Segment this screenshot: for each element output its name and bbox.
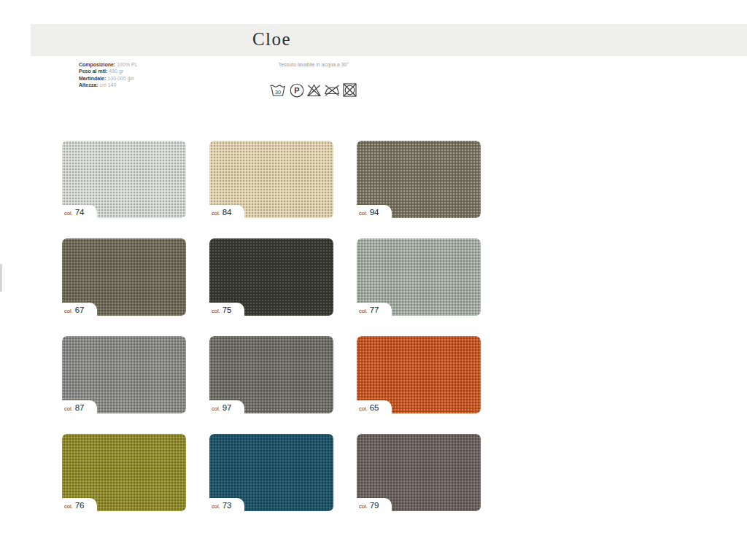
spec-value: 100.000 giri: [107, 76, 134, 81]
fabric-swatch[interactable]: col. 94: [357, 141, 481, 218]
fabric-swatch[interactable]: col. 76: [62, 434, 186, 511]
swatch-label-prefix: col.: [212, 308, 220, 315]
spec-row-altezza: Altezza:cm 140: [79, 82, 138, 88]
swatch-label-tab: col. 97: [209, 400, 244, 413]
header-band: Cloe: [31, 24, 747, 56]
spec-label: Altezza:: [79, 82, 98, 88]
swatch-label-prefix: col.: [359, 211, 368, 217]
swatch-label-tab: col. 94: [357, 205, 392, 218]
swatch-label-tab: col. 84: [209, 205, 244, 218]
swatch-number: 65: [370, 404, 379, 413]
swatch-label-tab: col. 76: [62, 498, 97, 511]
swatch-label-prefix: col.: [64, 406, 73, 413]
spec-row-composizione: Composizione:100% PL: [79, 61, 138, 68]
swatch-number: 84: [222, 209, 232, 217]
spec-value: 490 gr: [109, 69, 123, 74]
fabric-swatch[interactable]: col. 74: [62, 141, 186, 218]
swatch-label-prefix: col.: [359, 504, 368, 510]
spec-label: Composizione:: [79, 62, 115, 67]
fabric-swatch[interactable]: col. 87: [62, 336, 186, 413]
svg-text:30: 30: [275, 89, 281, 96]
swatch-label-prefix: col.: [64, 504, 73, 510]
wash-basin-30-icon: 30: [269, 82, 287, 98]
swatch-label-tab: col. 79: [357, 498, 392, 511]
swatch-number: 79: [370, 502, 379, 510]
swatch-label-prefix: col.: [212, 504, 220, 510]
fabric-swatch[interactable]: col. 65: [357, 336, 481, 413]
spec-label: Martindale:: [79, 76, 106, 81]
fabric-swatch[interactable]: col. 75: [209, 238, 333, 316]
fabric-swatch[interactable]: col. 67: [62, 238, 186, 316]
swatch-number: 97: [222, 404, 232, 413]
no-bleach-icon: [306, 82, 322, 98]
fabric-swatch[interactable]: col. 84: [209, 141, 333, 218]
swatch-number: 76: [75, 502, 85, 510]
swatch-label-prefix: col.: [212, 211, 220, 217]
spec-block: Composizione:100% PL Peso al mtl:490 gr …: [79, 61, 138, 89]
page-edge-artifact: [0, 264, 2, 292]
swatch-label-tab: col. 77: [357, 303, 392, 316]
fabric-swatch[interactable]: col. 77: [357, 238, 481, 316]
swatch-number: 94: [370, 209, 379, 217]
fabric-swatch[interactable]: col. 73: [209, 434, 333, 511]
fabric-swatch[interactable]: col. 97: [209, 336, 333, 413]
spec-label: Peso al mtl:: [79, 69, 107, 74]
swatch-number: 73: [222, 502, 232, 510]
swatch-label-tab: col. 73: [209, 498, 244, 511]
swatch-label-prefix: col.: [212, 406, 220, 413]
swatch-number: 87: [75, 404, 85, 413]
page-title: Cloe: [62, 29, 481, 50]
care-symbols-row: 30 P: [269, 82, 358, 98]
no-tumble-dry-icon: [341, 82, 358, 98]
swatch-number: 75: [222, 306, 232, 315]
swatch-number: 77: [370, 306, 379, 315]
swatch-number: 74: [75, 209, 85, 217]
swatch-number: 67: [75, 306, 85, 315]
spec-row-peso: Peso al mtl:490 gr: [79, 68, 138, 74]
swatch-label-prefix: col.: [359, 308, 368, 315]
dry-clean-p-icon: P: [289, 82, 305, 98]
spec-row-martindale: Martindale:100.000 giri: [79, 75, 138, 82]
swatch-label-tab: col. 65: [357, 400, 392, 413]
swatch-label-tab: col. 74: [62, 205, 97, 218]
fabric-swatch[interactable]: col. 79: [357, 434, 481, 511]
swatch-label-tab: col. 75: [209, 303, 244, 316]
washing-note: Tessuto lavabile in acqua a 30°: [248, 62, 379, 67]
svg-text:P: P: [294, 86, 299, 95]
swatch-label-tab: col. 87: [62, 400, 97, 413]
spec-value: cm 140: [99, 82, 116, 88]
swatch-label-tab: col. 67: [62, 303, 97, 316]
no-iron-icon: [324, 82, 340, 98]
swatch-label-prefix: col.: [64, 308, 73, 315]
swatch-label-prefix: col.: [64, 211, 73, 217]
swatch-label-prefix: col.: [359, 406, 368, 413]
swatch-grid: col. 74 col. 84 col. 94 col. 67 col. 75: [62, 141, 481, 511]
spec-value: 100% PL: [117, 62, 137, 67]
